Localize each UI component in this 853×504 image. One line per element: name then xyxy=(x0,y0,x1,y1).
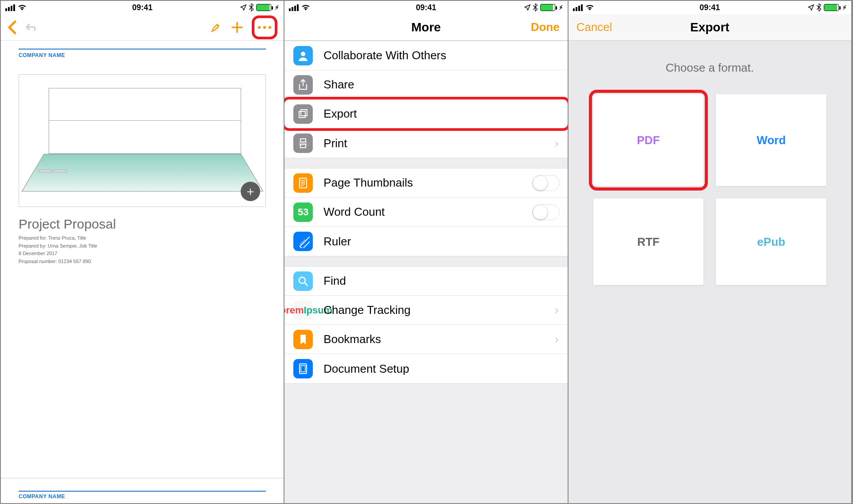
status-bar: 09:41 ⚡︎ xyxy=(1,1,284,14)
chevron-right-icon: › xyxy=(555,303,559,317)
more-button-highlight xyxy=(252,15,277,39)
format-label: PDF xyxy=(637,134,660,147)
add-button[interactable] xyxy=(231,21,244,34)
cellular-signal-icon xyxy=(573,4,583,11)
row-print[interactable]: Print › xyxy=(284,129,567,158)
back-button[interactable] xyxy=(7,20,17,34)
choose-format-label: Choose a format. xyxy=(582,61,838,75)
row-label: Change Tracking xyxy=(323,303,411,317)
change-tracking-icon: LoremIpsum xyxy=(293,301,313,320)
status-time: 09:41 xyxy=(416,3,436,12)
row-document-setup[interactable]: Document Setup xyxy=(284,354,567,383)
format-card-word[interactable]: Word xyxy=(716,94,826,186)
row-bookmarks[interactable]: Bookmarks › xyxy=(284,325,567,354)
location-icon xyxy=(808,4,814,11)
document-meta: Prepared for: Trenz Pruca, Title Prepare… xyxy=(19,234,266,265)
format-label: RTF xyxy=(637,235,660,249)
charging-icon: ⚡︎ xyxy=(559,4,563,11)
svg-rect-5 xyxy=(301,110,307,116)
bluetooth-icon xyxy=(249,4,254,11)
row-ruler[interactable]: Ruler xyxy=(284,227,567,256)
format-grid: PDF Word RTF ePub xyxy=(582,94,838,285)
format-card-rtf[interactable]: RTF xyxy=(593,199,704,285)
more-title: More xyxy=(411,20,441,34)
ruler-icon xyxy=(293,232,313,251)
cancel-button[interactable]: Cancel xyxy=(576,20,612,34)
row-change-tracking[interactable]: LoremIpsum Change Tracking › xyxy=(284,296,567,325)
battery-icon xyxy=(256,4,271,11)
format-card-epub[interactable]: ePub xyxy=(716,199,826,285)
location-icon xyxy=(240,4,246,11)
row-label: Word Count xyxy=(323,205,384,219)
format-card-pdf[interactable]: PDF xyxy=(593,94,704,186)
chevron-right-icon: › xyxy=(555,332,559,346)
wordcount-icon: 53 xyxy=(293,202,313,222)
cover-image: ＋ xyxy=(19,74,266,207)
format-brush-button[interactable] xyxy=(209,21,223,34)
status-bar: 09:41 ⚡︎ xyxy=(569,1,851,14)
row-collaborate[interactable]: Collaborate With Others xyxy=(284,41,567,70)
row-word-count[interactable]: 53 Word Count xyxy=(284,198,567,227)
row-label: Share xyxy=(323,78,354,92)
row-find[interactable]: Find xyxy=(284,267,567,296)
document-footer: COMPANY NAME xyxy=(19,491,266,500)
undo-button[interactable] xyxy=(25,22,40,33)
wifi-icon xyxy=(585,4,594,11)
charging-icon: ⚡︎ xyxy=(275,4,279,11)
document-title: Project Proposal xyxy=(19,217,266,232)
cellular-signal-icon xyxy=(289,4,299,11)
bluetooth-icon xyxy=(533,4,538,11)
row-label: Ruler xyxy=(323,235,351,248)
status-time: 09:41 xyxy=(699,3,720,12)
bookmark-icon xyxy=(293,330,313,349)
panel-more-menu: 09:41 ⚡︎ More Done Collaborate With Othe… xyxy=(284,1,568,503)
panel-document-editor: 09:41 ⚡︎ xyxy=(1,1,284,503)
row-export[interactable]: Export xyxy=(284,99,567,129)
svg-rect-7 xyxy=(300,139,306,142)
export-title: Export xyxy=(690,20,730,34)
status-time: 09:41 xyxy=(132,3,153,12)
chevron-right-icon: › xyxy=(555,137,559,150)
row-share[interactable]: Share xyxy=(284,70,567,99)
more-list[interactable]: Collaborate With Others Share Export P xyxy=(284,41,567,503)
bluetooth-icon xyxy=(817,4,821,11)
location-icon xyxy=(524,4,530,11)
cellular-signal-icon xyxy=(5,4,15,11)
printer-icon xyxy=(293,134,313,153)
more-nav-bar: More Done xyxy=(284,14,567,41)
row-label: Find xyxy=(323,274,346,288)
svg-point-0 xyxy=(258,26,261,28)
svg-point-11 xyxy=(299,277,305,283)
status-bar: 09:41 ⚡︎ xyxy=(284,1,567,14)
row-label: Page Thumbnails xyxy=(323,176,413,190)
svg-rect-4 xyxy=(299,111,305,118)
svg-rect-13 xyxy=(301,366,305,372)
editor-toolbar xyxy=(1,14,284,41)
export-body: Choose a format. PDF Word RTF ePub xyxy=(569,41,851,503)
insert-fab-button[interactable]: ＋ xyxy=(241,182,260,201)
row-label: Collaborate With Others xyxy=(323,49,446,62)
search-icon xyxy=(293,271,313,291)
row-label: Document Setup xyxy=(323,362,409,376)
toggle-word-count[interactable] xyxy=(532,204,560,220)
done-button[interactable]: Done xyxy=(531,20,560,34)
person-icon xyxy=(293,46,313,65)
row-label: Export xyxy=(323,107,357,121)
page-icon xyxy=(293,173,313,193)
battery-icon xyxy=(540,4,555,11)
share-icon xyxy=(293,75,313,95)
format-label: Word xyxy=(757,134,786,147)
document-canvas[interactable]: COMPANY NAME ＋ Project Proposal Prepared… xyxy=(1,41,284,503)
more-button[interactable] xyxy=(257,25,272,30)
panel-export: 09:41 ⚡︎ Cancel Export Choose a format. … xyxy=(569,1,852,503)
battery-icon xyxy=(824,4,839,11)
row-page-thumbnails[interactable]: Page Thumbnails xyxy=(284,168,567,198)
export-icon xyxy=(293,104,313,124)
toggle-page-thumbnails[interactable] xyxy=(532,175,560,191)
format-label: ePub xyxy=(757,235,785,249)
row-label: Print xyxy=(323,137,347,150)
wifi-icon xyxy=(301,4,310,11)
company-name-label: COMPANY NAME xyxy=(19,52,266,58)
document-setup-icon xyxy=(293,359,313,378)
export-nav-bar: Cancel Export xyxy=(569,14,851,41)
